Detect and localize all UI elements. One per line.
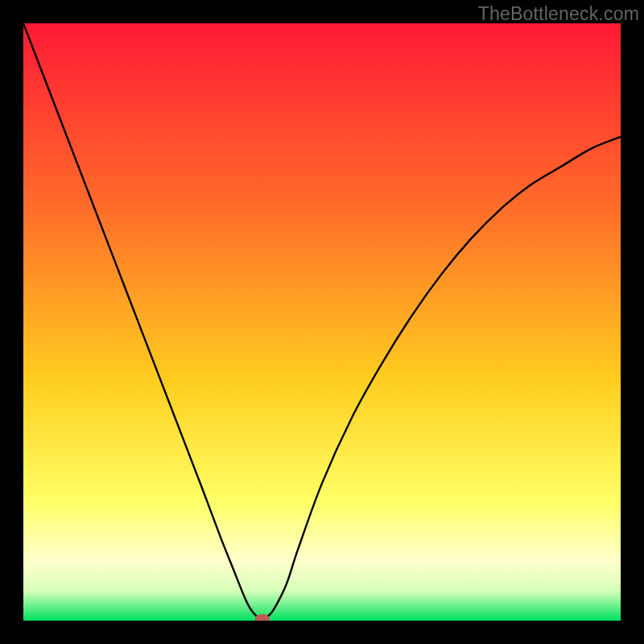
chart-frame bbox=[23, 23, 621, 621]
watermark-text: TheBottleneck.com bbox=[478, 3, 639, 25]
chart-background bbox=[23, 23, 621, 621]
bottleneck-chart bbox=[23, 23, 621, 621]
